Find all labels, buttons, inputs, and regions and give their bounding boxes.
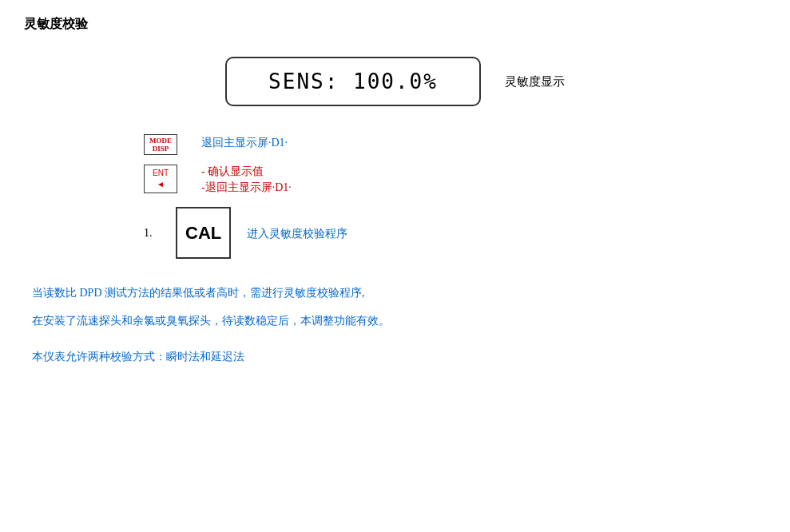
description-line1: 当读数比 DPD 测试方法的结果低或者高时，需进行灵敏度校验程序, (32, 283, 758, 303)
description-line3: 本仪表允许两种校验方式：瞬时法和延迟法 (32, 347, 758, 367)
ent-key[interactable]: ENT ◄ (144, 165, 177, 193)
mode-disp-instruction: 退回主显示屏·D1· (201, 134, 288, 150)
cal-number: 1. (144, 227, 160, 240)
cal-key[interactable]: CAL (176, 207, 231, 259)
description-line2: 在安装了流速探头和余氯或臭氧探头，待读数稳定后，本调整功能有效。 (32, 311, 758, 331)
cal-instruction: 进入灵敏度校验程序 (247, 225, 347, 241)
sens-display-label: 灵敏度显示 (505, 74, 565, 89)
page-title: 灵敏度校验 (24, 16, 766, 33)
sens-display-box: SENS: 100.0% (225, 57, 481, 106)
ent-instruction: - 确认显示值 -退回主显示屏·D1· (201, 165, 292, 195)
mode-disp-key[interactable]: MODE DISP (144, 134, 177, 155)
